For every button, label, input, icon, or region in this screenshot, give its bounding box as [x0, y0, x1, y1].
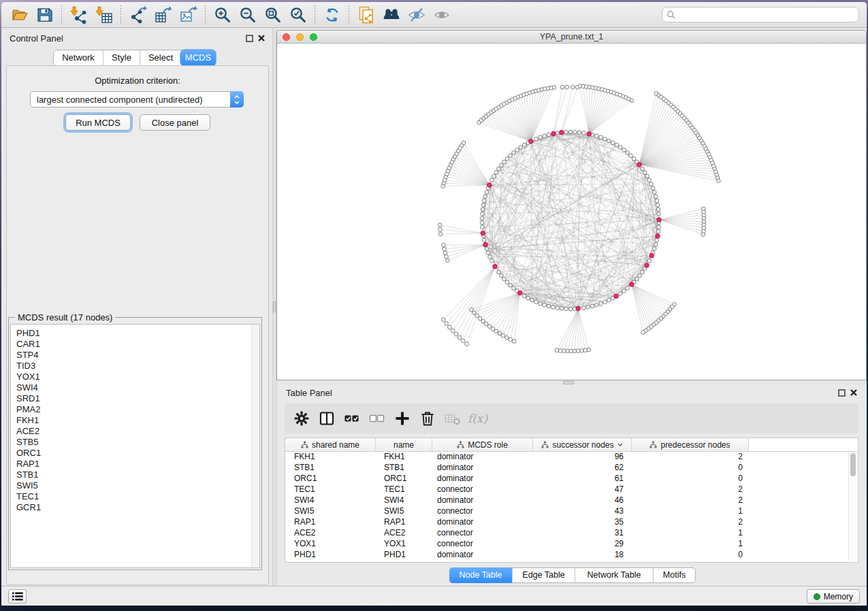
column-header-name[interactable]: name [376, 438, 432, 451]
window-close-button[interactable] [283, 33, 290, 41]
tab-style[interactable]: Style [103, 50, 140, 65]
column-settings-gear-icon[interactable] [289, 407, 314, 430]
delete-table-icon[interactable] [440, 407, 465, 430]
run-mcds-button[interactable]: Run MCDS [65, 114, 131, 131]
scrollbar-thumb[interactable] [850, 453, 856, 476]
tab-network[interactable]: Network [54, 50, 103, 65]
mcds-tab-content: Optimization criterion: largest connecte… [6, 65, 269, 585]
tab-mcds[interactable]: MCDS [180, 50, 216, 66]
mcds-result-item[interactable]: YOX1 [16, 371, 250, 382]
table-row[interactable]: FKH1FKH1dominator962 [285, 451, 849, 462]
mcds-result-item[interactable]: GCR1 [16, 502, 250, 513]
mcds-result-item[interactable]: STB1 [16, 469, 250, 480]
mcds-result-item[interactable]: STB5 [16, 437, 250, 448]
table-toolbar: f(x) [285, 403, 858, 433]
tab-select[interactable]: Select [140, 50, 181, 65]
search-box[interactable] [662, 7, 859, 22]
zoom-out-button[interactable] [235, 5, 260, 25]
table-row[interactable]: ORC1ORC1dominator610 [285, 473, 849, 484]
add-row-plus-icon[interactable] [389, 407, 415, 430]
select-all-icon[interactable] [339, 407, 364, 430]
find-binoculars-icon[interactable] [379, 5, 404, 25]
tab-node-table[interactable]: Node Table [449, 567, 512, 583]
table-cell: 29 [533, 539, 632, 548]
tree-icon [649, 441, 657, 448]
mcds-result-item[interactable]: CAR1 [16, 339, 250, 350]
import-network-button[interactable] [66, 5, 91, 25]
mcds-list-scrollbar[interactable] [251, 325, 259, 567]
column-header-shared-name[interactable]: shared name [285, 438, 376, 451]
table-cell: 96 [533, 452, 632, 461]
table-row[interactable]: STB1STB1dominator620 [285, 462, 849, 473]
export-network-button[interactable] [125, 5, 150, 25]
network-window-titlebar[interactable]: YPA_prune.txt_1 [277, 31, 866, 44]
float-panel-icon[interactable] [246, 35, 253, 42]
table-splitter[interactable] [276, 380, 867, 385]
splitter-handle[interactable] [273, 301, 276, 312]
import-table-button[interactable] [91, 5, 116, 25]
export-table-button[interactable] [150, 5, 176, 25]
table-cell: STB1 [285, 463, 376, 472]
task-history-button[interactable] [8, 589, 27, 604]
mcds-result-item[interactable]: SWI5 [16, 480, 250, 491]
column-header-mcds-role[interactable]: MCDS role [432, 438, 533, 451]
table-cell: connector [432, 506, 533, 516]
table-row[interactable]: PHD1PHD1dominator180 [285, 549, 849, 560]
mcds-result-item[interactable]: SWI4 [16, 382, 250, 393]
float-panel-icon[interactable] [838, 389, 846, 397]
network-graph[interactable] [277, 44, 866, 380]
table-row[interactable]: SWI5SWI5connector431 [285, 506, 849, 516]
zoom-fit-button[interactable] [260, 5, 285, 25]
tree-icon [457, 441, 464, 448]
toggle-panel-icon[interactable] [314, 407, 339, 430]
column-header-successor-nodes[interactable]: successor nodes [533, 438, 632, 451]
mcds-result-list[interactable]: PHD1CAR1STP4TID3YOX1SWI4SRD1PMA2FKH1ACE2… [10, 324, 260, 568]
network-from-document-button[interactable] [353, 5, 379, 25]
control-panel-title: Control Panel [10, 33, 63, 44]
table-row[interactable]: RAP1RAP1dominator352 [285, 516, 849, 527]
criterion-dropdown[interactable]: largest connected component (undirected) [30, 91, 244, 108]
mcds-result-item[interactable]: TEC1 [16, 491, 250, 502]
function-builder-icon[interactable]: f(x) [465, 407, 490, 430]
mcds-result-item[interactable]: STP4 [16, 350, 250, 361]
search-input[interactable] [676, 7, 858, 22]
table-scrollbar[interactable] [848, 452, 857, 561]
window-zoom-button[interactable] [310, 33, 317, 41]
table-row[interactable]: YOX1YOX1connector291 [285, 538, 849, 549]
splitter-handle[interactable] [563, 381, 574, 384]
open-button[interactable] [7, 5, 32, 25]
tab-edge-table[interactable]: Edge Table [512, 568, 575, 582]
zoom-in-button[interactable] [210, 5, 235, 25]
save-button[interactable] [32, 5, 57, 25]
mcds-result-item[interactable]: ACE2 [16, 426, 250, 437]
table-row[interactable]: ACE2ACE2connector311 [285, 527, 849, 538]
network-canvas[interactable] [277, 44, 866, 380]
close-panel-button[interactable]: Close panel [140, 114, 210, 131]
memory-button[interactable]: Memory [807, 589, 860, 604]
table-body[interactable]: FKH1FKH1dominator962STB1STB1dominator620… [285, 451, 849, 562]
mcds-result-item[interactable]: PMA2 [16, 404, 250, 415]
close-panel-icon[interactable] [257, 34, 266, 42]
deselect-all-icon[interactable] [364, 407, 389, 430]
table-row[interactable]: TEC1TEC1connector472 [285, 484, 849, 495]
mcds-result-item[interactable]: PHD1 [16, 328, 250, 339]
delete-row-trash-icon[interactable] [415, 407, 440, 430]
refresh-button[interactable] [319, 5, 344, 25]
table-cell: 46 [533, 495, 632, 505]
tab-motifs[interactable]: Motifs [653, 568, 695, 582]
tab-network-table[interactable]: Network Table [575, 568, 653, 582]
mcds-result-item[interactable]: RAP1 [16, 459, 250, 469]
hide-details-icon[interactable] [404, 5, 429, 25]
table-row[interactable]: SWI4SWI4dominator462 [285, 495, 849, 506]
zoom-selected-button[interactable] [285, 5, 310, 25]
column-header-predecessor-nodes[interactable]: predecessor nodes [632, 438, 749, 451]
mcds-result-item[interactable]: TID3 [16, 361, 250, 371]
mcds-result-item[interactable]: SRD1 [16, 393, 250, 404]
table-cell: RAP1 [285, 517, 376, 527]
close-panel-icon[interactable] [850, 389, 858, 397]
mcds-result-item[interactable]: ORC1 [16, 448, 250, 459]
mcds-result-item[interactable]: FKH1 [16, 415, 250, 426]
window-minimize-button[interactable] [296, 33, 304, 41]
export-image-button[interactable] [176, 5, 201, 25]
show-details-icon[interactable] [429, 5, 454, 25]
